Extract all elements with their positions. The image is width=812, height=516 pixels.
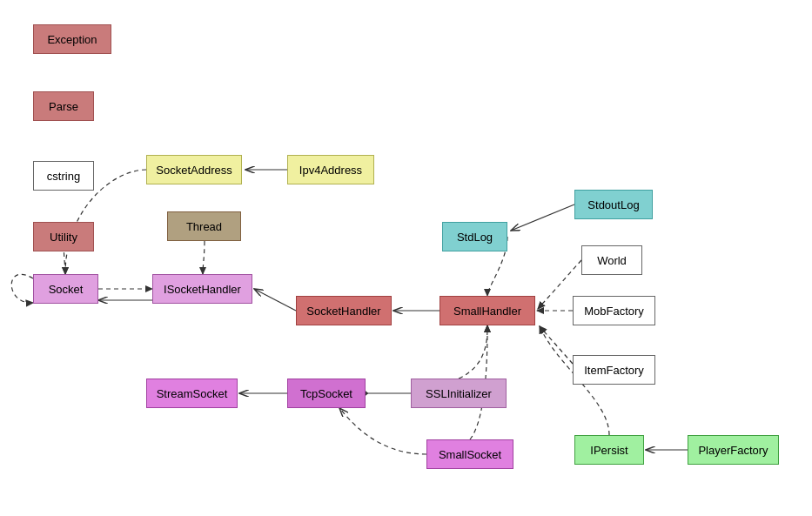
svg-line-12 (540, 326, 573, 364)
node-thread: Thread (167, 211, 241, 241)
node-streamsocket: StreamSocket (146, 379, 238, 408)
node-stdlog: StdLog (442, 222, 507, 251)
node-sockethandler: SocketHandler (296, 296, 392, 325)
node-mobfactory: MobFactory (573, 296, 655, 325)
node-playerfactory: PlayerFactory (688, 435, 779, 465)
node-world: World (581, 245, 642, 275)
node-socket: Socket (33, 274, 98, 304)
node-cstring: cstring (33, 161, 94, 191)
diagram: ExceptionParsecstringUtilitySocketAddres… (0, 0, 812, 516)
node-tcpsocket: TcpSocket (287, 379, 366, 408)
node-isockethandler: ISocketHandler (152, 274, 252, 304)
node-parse: Parse (33, 91, 94, 121)
node-sslinitializer: SSLInitializer (411, 379, 507, 408)
node-itemfactory: ItemFactory (573, 355, 655, 385)
node-smallsocket: SmallSocket (426, 439, 513, 469)
node-socketaddress: SocketAddress (146, 155, 242, 184)
node-exception: Exception (33, 24, 111, 54)
node-smallhandler: SmallHandler (440, 296, 535, 325)
svg-line-4 (254, 289, 296, 311)
svg-line-3 (511, 204, 574, 231)
node-stdoutlog: StdoutLog (574, 190, 653, 219)
node-utility: Utility (33, 222, 94, 251)
node-ipersist: IPersist (574, 435, 644, 465)
node-ipv4address: Ipv4Address (287, 155, 374, 184)
